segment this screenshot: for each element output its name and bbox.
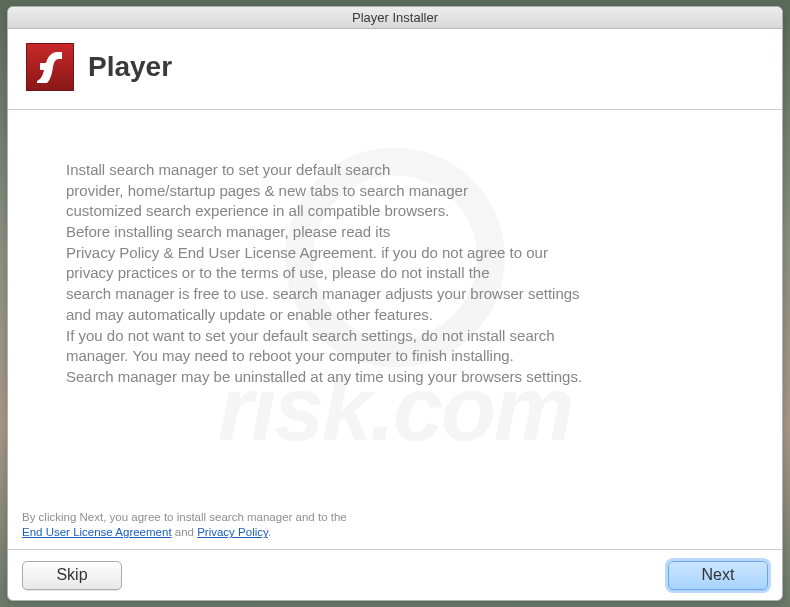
body-line: provider, home/startup pages & new tabs … bbox=[66, 181, 724, 202]
window-titlebar: Player Installer bbox=[8, 7, 782, 29]
agreement-prefix: By clicking Next, you agree to install s… bbox=[22, 511, 347, 523]
body-line: Before installing search manager, please… bbox=[66, 222, 724, 243]
next-button[interactable]: Next bbox=[668, 561, 768, 590]
eula-link[interactable]: End User License Agreement bbox=[22, 526, 172, 538]
privacy-link[interactable]: Privacy Policy bbox=[197, 526, 268, 538]
header: Player bbox=[8, 29, 782, 110]
body-line: search manager is free to use. search ma… bbox=[66, 284, 724, 305]
skip-button[interactable]: Skip bbox=[22, 561, 122, 590]
product-title: Player bbox=[88, 51, 172, 83]
installer-window: Player Installer Player Install search m… bbox=[7, 6, 783, 601]
body-line: Privacy Policy & End User License Agreem… bbox=[66, 243, 724, 264]
footer: Skip Next bbox=[8, 550, 782, 600]
agreement-suffix: . bbox=[268, 526, 271, 538]
body-line: privacy practices or to the terms of use… bbox=[66, 263, 724, 284]
body-line: customized search experience in all comp… bbox=[66, 201, 724, 222]
body-line: If you do not want to set your default s… bbox=[66, 326, 724, 347]
body-line: Search manager may be uninstalled at any… bbox=[66, 367, 724, 388]
body-line: and may automatically update or enable o… bbox=[66, 305, 724, 326]
agreement-and: and bbox=[172, 526, 198, 538]
body-line: manager. You may need to reboot your com… bbox=[66, 346, 724, 367]
body-line: Install search manager to set your defau… bbox=[66, 160, 724, 181]
body-text: Install search manager to set your defau… bbox=[8, 110, 782, 510]
agreement-text: By clicking Next, you agree to install s… bbox=[8, 510, 782, 550]
flash-icon bbox=[26, 43, 74, 91]
window-title: Player Installer bbox=[352, 10, 438, 25]
